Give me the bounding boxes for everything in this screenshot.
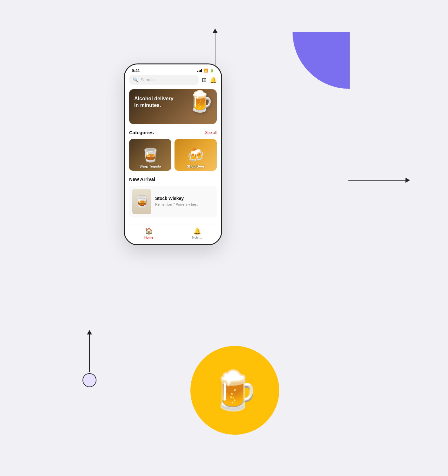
beer-glasses-icon: 🍻 [188, 147, 204, 163]
signal-icon [197, 69, 202, 72]
product-image: 🥃 [132, 189, 151, 214]
product-emoji: 🥃 [135, 195, 149, 208]
phone-content: 🔍 Search... ⊞ 🔔 Alcohol delivery in minu… [125, 75, 221, 224]
decorative-quarter-circle [293, 32, 350, 89]
product-description: Remember '' Powers v best... [155, 202, 214, 207]
category-card-beer[interactable]: 🍻 Shop Beer [175, 139, 217, 171]
category-card-tequila[interactable]: 🥃 Shop Tequila [129, 139, 171, 171]
decorative-beer-mug: 🍺 [190, 346, 279, 435]
qr-code-icon[interactable]: ⊞ [202, 76, 207, 83]
hero-title-line2: in minutes. [134, 102, 174, 109]
beer-mug-emoji: 🍺 [211, 368, 259, 413]
product-info: Stock Wiskey Remember '' Powers v best..… [155, 196, 214, 207]
decorative-arrow-right [348, 178, 410, 183]
battery-icon: 🔋 [210, 69, 214, 73]
hero-beer-icon: 🍺 [188, 91, 214, 111]
home-icon: 🏠 [145, 227, 153, 235]
new-arrival-card[interactable]: 🥃 Stock Wiskey Remember '' Powers v best… [129, 186, 217, 217]
categories-grid: 🥃 Shop Tequila 🍻 Shop Beer [129, 139, 217, 171]
bottom-nav: 🏠 Home 🔔 Notifi... [125, 224, 221, 244]
tequila-icon: 🥃 [142, 147, 159, 163]
categories-title: Categories [129, 130, 154, 135]
search-input-wrap[interactable]: 🔍 Search... [129, 75, 199, 85]
status-icons: 📶 🔋 [197, 69, 214, 73]
status-time: 9:41 [132, 68, 140, 73]
categories-header: Categories See all [129, 130, 217, 135]
nav-item-home[interactable]: 🏠 Home [125, 227, 173, 239]
nav-notifications-label: Notifi... [192, 236, 202, 239]
search-placeholder: Search... [141, 77, 157, 82]
bell-icon[interactable]: 🔔 [210, 76, 217, 83]
product-name: Stock Wiskey [155, 196, 214, 201]
beer-label: Shop Beer [175, 164, 217, 168]
tequila-label: Shop Tequila [129, 164, 171, 168]
phone-mockup: 9:41 📶 🔋 🔍 Search... ⊞ 🔔 [124, 63, 222, 245]
new-arrival-section: New Arrival 🥃 Stock Wiskey Remember '' P… [129, 176, 217, 217]
new-arrival-header: New Arrival [129, 176, 217, 182]
hero-text: Alcohol delivery in minutes. [134, 96, 174, 109]
nav-item-notifications[interactable]: 🔔 Notifi... [173, 227, 221, 239]
categories-section: Categories See all 🥃 Shop Tequila 🍻 Shop… [129, 130, 217, 171]
status-bar: 9:41 📶 🔋 [125, 64, 221, 75]
search-bar: 🔍 Search... ⊞ 🔔 [129, 75, 217, 85]
decorative-arrow-up-left [82, 330, 96, 387]
nav-home-label: Home [144, 236, 153, 239]
new-arrival-title: New Arrival [129, 176, 155, 182]
hero-banner: Alcohol delivery in minutes. 🍺 [129, 89, 217, 124]
wifi-icon: 📶 [204, 69, 208, 73]
categories-see-all[interactable]: See all [205, 130, 217, 135]
search-action-icons: ⊞ 🔔 [202, 76, 217, 83]
search-icon: 🔍 [133, 77, 138, 82]
hero-title-line1: Alcohol delivery [134, 96, 174, 102]
notification-icon: 🔔 [193, 227, 201, 235]
